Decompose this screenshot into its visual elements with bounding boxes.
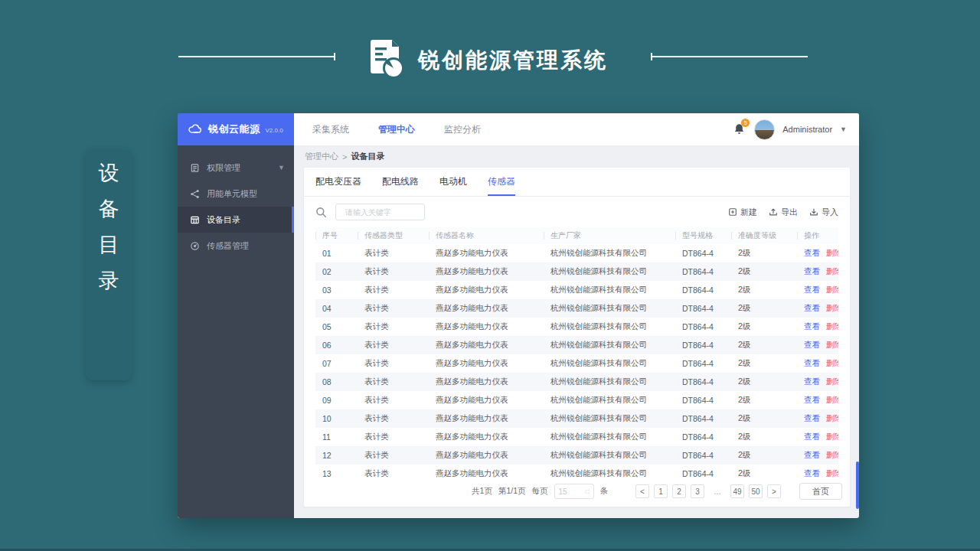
view-link[interactable]: 查看 bbox=[804, 321, 820, 332]
sidebar-item-energy-unit-model[interactable]: 用能单元模型 bbox=[178, 181, 294, 207]
table-row: 12表计类燕赵多功能电力仪表杭州锐创能源科技有限公司DT864-42级查看删除 bbox=[315, 446, 838, 465]
sidebar-item-device-directory[interactable]: 设备目录 bbox=[178, 207, 294, 233]
table-row: 11表计类燕赵多功能电力仪表杭州锐创能源科技有限公司DT864-42级查看删除 bbox=[315, 428, 838, 446]
create-button[interactable]: 新建 bbox=[728, 207, 757, 218]
delete-link[interactable]: 删除 bbox=[826, 413, 838, 424]
scrollbar-thumb[interactable] bbox=[856, 461, 859, 509]
table-cell: 燕赵多功能电力仪表 bbox=[429, 413, 544, 424]
table-cell: 杭州锐创能源科技有限公司 bbox=[544, 321, 675, 332]
view-link[interactable]: 查看 bbox=[804, 432, 820, 442]
delete-link[interactable]: 删除 bbox=[826, 303, 838, 314]
delete-link[interactable]: 删除 bbox=[826, 321, 838, 332]
search-icon[interactable] bbox=[315, 207, 327, 218]
avatar[interactable] bbox=[754, 119, 775, 140]
row-actions: 查看删除 bbox=[797, 303, 838, 314]
pager-next-button[interactable]: > bbox=[767, 484, 781, 498]
chevron-down-icon[interactable]: ▼ bbox=[840, 126, 847, 133]
table-cell: DT864-4 bbox=[675, 414, 731, 423]
table-cell: 2级 bbox=[731, 285, 797, 295]
header-divider-left bbox=[178, 56, 335, 57]
table-cell: 01 bbox=[315, 249, 358, 258]
tab-transformer[interactable]: 配电变压器 bbox=[315, 175, 361, 196]
user-name[interactable]: Administrator bbox=[782, 125, 832, 134]
view-link[interactable]: 查看 bbox=[804, 266, 820, 277]
notification-bell-icon[interactable]: 5 bbox=[733, 123, 746, 135]
view-link[interactable]: 查看 bbox=[804, 358, 820, 369]
stepper-icon: □ bbox=[586, 488, 590, 495]
breadcrumb: 管理中心 > 设备目录 bbox=[294, 146, 859, 167]
view-link[interactable]: 查看 bbox=[804, 395, 820, 406]
view-link[interactable]: 查看 bbox=[804, 413, 820, 424]
pager-page-2[interactable]: 2 bbox=[672, 484, 686, 498]
nav-item-monitoring-analysis[interactable]: 监控分析 bbox=[444, 123, 481, 136]
breadcrumb-parent[interactable]: 管理中心 bbox=[305, 151, 338, 162]
row-actions: 查看删除 bbox=[797, 377, 838, 387]
table-cell: 2级 bbox=[731, 450, 797, 461]
delete-link[interactable]: 删除 bbox=[826, 285, 838, 295]
table-cell: 2级 bbox=[731, 303, 797, 314]
sidebar-item-sensor-management[interactable]: 传感器管理 bbox=[178, 233, 294, 259]
delete-link[interactable]: 删除 bbox=[826, 248, 838, 259]
delete-link[interactable]: 删除 bbox=[826, 450, 838, 461]
column-header: 操作 bbox=[797, 232, 838, 240]
pager-page-50[interactable]: 50 bbox=[749, 484, 763, 498]
table-cell: 杭州锐创能源科技有限公司 bbox=[544, 432, 675, 442]
row-actions: 查看删除 bbox=[797, 285, 838, 295]
pager-page-49[interactable]: 49 bbox=[730, 484, 744, 498]
pager-page-3[interactable]: 3 bbox=[691, 484, 704, 498]
table-cell: DT864-4 bbox=[675, 267, 731, 276]
create-label: 新建 bbox=[740, 207, 757, 218]
table-cell: 2级 bbox=[731, 413, 797, 424]
new-icon bbox=[728, 207, 737, 217]
toolbar: 新建导出导入 bbox=[304, 197, 850, 227]
tab-power-line[interactable]: 配电线路 bbox=[382, 175, 419, 196]
table-cell: 2级 bbox=[731, 340, 797, 350]
view-link[interactable]: 查看 bbox=[804, 285, 820, 295]
delete-link[interactable]: 删除 bbox=[826, 377, 838, 387]
vertical-section-label: 设备目录 bbox=[86, 149, 132, 380]
delete-link[interactable]: 删除 bbox=[826, 266, 838, 277]
share-icon bbox=[190, 189, 200, 199]
table-cell: 06 bbox=[315, 341, 358, 350]
vertical-label-char: 录 bbox=[99, 269, 119, 292]
table-cell: 杭州锐创能源科技有限公司 bbox=[544, 303, 675, 314]
nav-item-collection-system[interactable]: 采集系统 bbox=[312, 123, 349, 136]
table-cell: 2级 bbox=[731, 358, 797, 369]
pager-buttons: <123…4950> bbox=[635, 484, 781, 498]
sidebar-item-label: 传感器管理 bbox=[207, 240, 249, 252]
view-link[interactable]: 查看 bbox=[804, 303, 820, 314]
table-cell: 杭州锐创能源科技有限公司 bbox=[544, 266, 675, 277]
view-link[interactable]: 查看 bbox=[804, 450, 820, 461]
table-cell: 表计类 bbox=[358, 358, 429, 369]
tab-sensor[interactable]: 传感器 bbox=[488, 175, 515, 196]
delete-link[interactable]: 删除 bbox=[826, 468, 838, 479]
delete-link[interactable]: 删除 bbox=[826, 432, 838, 442]
per-page-select[interactable]: 15 □ bbox=[554, 484, 594, 499]
view-link[interactable]: 查看 bbox=[804, 248, 820, 259]
view-link[interactable]: 查看 bbox=[804, 377, 820, 387]
import-button[interactable]: 导入 bbox=[809, 207, 838, 218]
pagination: 共1页 第1/1页 每页 15 □ 条 <123…4950> 首页 bbox=[304, 483, 850, 510]
table-cell: DT864-4 bbox=[675, 304, 731, 313]
row-actions: 查看删除 bbox=[797, 358, 838, 369]
pager-prev-button[interactable]: < bbox=[635, 484, 649, 498]
delete-link[interactable]: 删除 bbox=[826, 340, 838, 350]
table-row: 01表计类燕赵多功能电力仪表杭州锐创能源科技有限公司DT864-42级查看删除 bbox=[315, 244, 838, 262]
delete-link[interactable]: 删除 bbox=[826, 358, 838, 369]
row-actions: 查看删除 bbox=[797, 248, 838, 259]
home-page-button[interactable]: 首页 bbox=[799, 483, 842, 500]
view-link[interactable]: 查看 bbox=[804, 340, 820, 350]
table-cell: 2级 bbox=[731, 248, 797, 259]
pager-page-1[interactable]: 1 bbox=[654, 484, 668, 498]
table-cell: 燕赵多功能电力仪表 bbox=[429, 432, 544, 442]
sidebar: 锐创云能源 V2.0.0 权限管理▼用能单元模型设备目录传感器管理 bbox=[178, 113, 294, 518]
table-cell: DT864-4 bbox=[675, 285, 731, 295]
delete-link[interactable]: 删除 bbox=[826, 395, 838, 406]
sidebar-item-permission-management[interactable]: 权限管理▼ bbox=[178, 155, 294, 181]
search-input[interactable] bbox=[335, 204, 425, 220]
nav-item-management-center[interactable]: 管理中心 bbox=[378, 123, 415, 136]
export-button[interactable]: 导出 bbox=[769, 207, 798, 218]
tab-motor[interactable]: 电动机 bbox=[439, 175, 467, 196]
view-link[interactable]: 查看 bbox=[804, 468, 820, 479]
table-cell: 表计类 bbox=[358, 285, 429, 295]
